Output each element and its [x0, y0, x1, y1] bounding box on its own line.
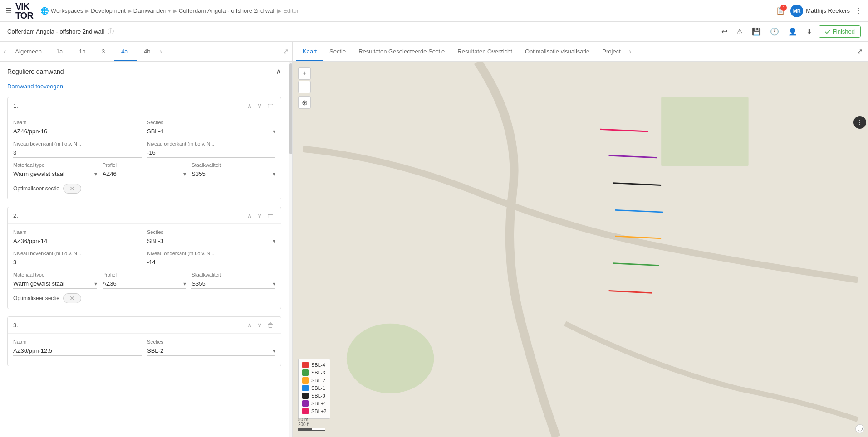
zoom-out-button[interactable]: −: [298, 81, 311, 93]
card-2-profiel-label: Profiel: [103, 272, 186, 277]
tab-4b[interactable]: 4b: [137, 43, 157, 61]
finished-button[interactable]: Finished: [819, 25, 861, 38]
map-tab-resultaten-sectie[interactable]: Resultaten Geselecteerde Sectie: [352, 43, 451, 61]
panel-content: Reguliere damwand ∧ Damwand toevoegen 1.…: [0, 62, 289, 437]
legend-label-sbl1: SBL-1: [311, 385, 325, 391]
tab-expand-button[interactable]: ⤢: [281, 47, 290, 56]
card-1-move-down[interactable]: ∨: [255, 101, 264, 110]
hamburger-menu[interactable]: ☰: [5, 6, 12, 15]
card-3-secties-select[interactable]: SBL-2 SBL-3: [147, 346, 275, 356]
svg-point-2: [347, 324, 434, 393]
card-2-boven-input[interactable]: [13, 257, 142, 267]
card-2-naam-group: Naam: [13, 229, 142, 246]
breadcrumb-damwanden[interactable]: Damwanden ▾: [133, 7, 171, 14]
card-1-onder-input[interactable]: [147, 148, 275, 158]
card-2-number: 2.: [13, 212, 244, 219]
left-scrollbar[interactable]: [289, 62, 292, 437]
tab-1b[interactable]: 1b.: [72, 43, 94, 61]
locate-button[interactable]: ⊕: [298, 96, 311, 109]
tab-prev-button[interactable]: ‹: [2, 48, 8, 56]
card-3-move-down[interactable]: ∨: [255, 320, 264, 330]
map-more-options[interactable]: ⋮: [853, 116, 866, 129]
breadcrumb-editor: Editor: [283, 7, 299, 14]
notifications-button[interactable]: 📋 1: [776, 6, 785, 15]
card-1-toggle[interactable]: ✕: [63, 184, 81, 194]
add-damwall-button[interactable]: Damwand toevoegen: [7, 81, 63, 92]
card-2-move-down[interactable]: ∨: [255, 211, 264, 220]
card-3-secties-select-wrapper: SBL-2 SBL-3 ▾: [147, 346, 275, 356]
card-1-materiaal-select[interactable]: Warm gewalst staal: [13, 169, 97, 179]
card-1-materiaal-select-wrapper: Warm gewalst staal ▾: [13, 169, 97, 179]
map-tab-project[interactable]: Project: [596, 43, 627, 61]
card-3-naam-input[interactable]: [13, 346, 142, 356]
user-avatar: MR: [790, 5, 803, 17]
tab-3[interactable]: 3.: [94, 43, 114, 61]
share-button[interactable]: 👤: [785, 25, 800, 38]
card-2-secties-select[interactable]: SBL-3 SBL-4: [147, 236, 275, 246]
card-3-body: Naam Secties SBL-2 SBL-3: [8, 334, 281, 366]
card-3-move-up[interactable]: ∧: [245, 320, 254, 330]
breadcrumb-development[interactable]: Development: [91, 7, 126, 14]
map-tab-resultaten-overzicht[interactable]: Resultaten Overzicht: [451, 43, 519, 61]
scroll-thumb: [289, 63, 292, 154]
card-1-move-up[interactable]: ∧: [245, 101, 254, 110]
map-container: + − ⊕ SBL-4 SBL-3 SBL-2: [293, 62, 868, 437]
card-2-naam-label: Naam: [13, 229, 142, 235]
user-menu[interactable]: MR Matthijs Reekers: [790, 5, 850, 17]
info-icon[interactable]: ⓘ: [108, 28, 114, 36]
card-2-materiaal-select[interactable]: Warm gewalst staal: [13, 279, 97, 289]
card-1-secties-select-wrapper: SBL-4 SBL-3 SBL-2 SBL-1 ▾: [147, 126, 275, 136]
card-1-delete[interactable]: 🗑: [265, 101, 275, 110]
card-2-move-up[interactable]: ∧: [245, 211, 254, 220]
map-tab-next[interactable]: ›: [627, 48, 633, 56]
map-tab-sectie[interactable]: Sectie: [323, 43, 352, 61]
save-button[interactable]: 💾: [749, 25, 764, 38]
more-options-button[interactable]: ⋮: [855, 6, 863, 15]
breadcrumb-project[interactable]: Cofferdam Angola - offshore 2nd wall: [179, 7, 275, 14]
card-1-materiaal-group: Materiaal type Warm gewalst staal ▾: [13, 162, 97, 179]
scale-bar: 50 m 200 ft: [298, 417, 325, 431]
return-button[interactable]: ↩: [719, 25, 730, 38]
tab-next-button[interactable]: ›: [157, 48, 163, 56]
map-tab-kaart[interactable]: Kaart: [296, 43, 323, 61]
top-navbar: ☰ VIK TOR 🌐 Workspaces ▶ Development ▶ D…: [0, 0, 868, 22]
card-2-staal-select[interactable]: S355: [191, 279, 275, 289]
breadcrumb-arrow-3: ▶: [173, 8, 177, 14]
card-2-staal-group: Staalkwaliteit S355 ▾: [191, 272, 275, 289]
card-2-toggle[interactable]: ✕: [63, 293, 81, 303]
card-1-staal-select[interactable]: S355 S235: [191, 169, 275, 179]
card-1-secties-select[interactable]: SBL-4 SBL-3 SBL-2 SBL-1: [147, 126, 275, 136]
card-2-onder-group: Niveau onderkant (m t.o.v. N...: [147, 251, 275, 267]
card-1-toggle-row: Optimaliseer sectie ✕: [13, 184, 275, 194]
tab-4a[interactable]: 4a.: [114, 43, 137, 61]
card-2-profiel-select[interactable]: AZ36 AZ46: [103, 279, 186, 289]
map-fullscreen-button[interactable]: ⤢: [855, 47, 864, 56]
breadcrumb-workspaces[interactable]: Workspaces: [51, 7, 83, 14]
card-2-onder-input[interactable]: [147, 257, 275, 267]
card-2-naam-input[interactable]: [13, 236, 142, 246]
map-tab-optimalisatie[interactable]: Optimalisatie visualisatie: [519, 43, 596, 61]
left-tabs: ‹ Algemeen 1a. 1b. 3. 4a. 4b › ⤢: [0, 42, 292, 62]
tab-algemeen[interactable]: Algemeen: [8, 43, 49, 61]
card-1-profiel-select[interactable]: AZ46 AZ36: [103, 169, 186, 179]
map-info-button[interactable]: ⓘ: [855, 424, 864, 433]
legend-item-sblp1: SBL+1: [302, 400, 326, 407]
collapse-button[interactable]: ∧: [276, 67, 281, 76]
card-1-secties-label: Secties: [147, 120, 275, 125]
card-3-header: 3. ∧ ∨ 🗑: [8, 317, 281, 334]
card-2-delete[interactable]: 🗑: [265, 211, 275, 220]
card-2-staal-label: Staalkwaliteit: [191, 272, 275, 277]
legend-color-sbl1: [302, 385, 309, 391]
card-3-naam-group: Naam: [13, 339, 142, 356]
tab-1a[interactable]: 1a.: [49, 43, 72, 61]
zoom-in-button[interactable]: +: [298, 67, 311, 80]
card-1-boven-input[interactable]: [13, 148, 142, 158]
card-3-delete[interactable]: 🗑: [265, 320, 275, 330]
card-3-naam-label: Naam: [13, 339, 142, 345]
card-1-naam-input[interactable]: [13, 126, 142, 136]
history-button[interactable]: 🕐: [767, 25, 782, 38]
download-button[interactable]: ⬇: [804, 25, 815, 38]
triangle-button[interactable]: ⚠: [734, 25, 745, 38]
card-2-materiaal-select-wrapper: Warm gewalst staal ▾: [13, 279, 97, 289]
card-2-materiaal-label: Materiaal type: [13, 272, 97, 277]
